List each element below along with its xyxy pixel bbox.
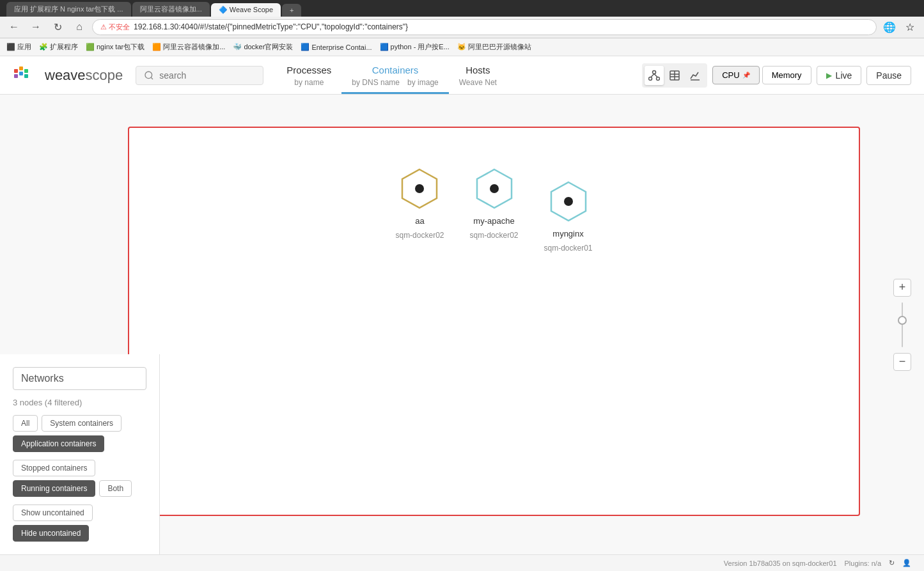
filter-system[interactable]: System containers	[42, 415, 121, 432]
nav-containers[interactable]: Containers by DNS name by image	[341, 56, 448, 94]
forward-button[interactable]: →	[27, 18, 45, 36]
filter-hide-uncontained[interactable]: Hide uncontained	[13, 525, 89, 542]
live-button[interactable]: ▶ Live	[817, 66, 862, 85]
bookmark-aliyun[interactable]: 🟧 阿里云容器镜像加...	[152, 42, 225, 52]
filter-stopped[interactable]: Stopped containers	[13, 460, 95, 476]
bookmark-label: 阿里云容器镜像加...	[163, 42, 225, 52]
nav-right: CPU 📌 Memory ▶ Live Pause	[642, 56, 911, 94]
view-icons	[642, 63, 707, 88]
metric-buttons: CPU 📌 Memory	[712, 66, 811, 84]
logo-text: weavescope	[45, 67, 123, 84]
address-bar[interactable]: ⚠ 不安全 192.168.1.30:4040/#!/state/{"pinne…	[92, 19, 877, 35]
bookmark-extensions[interactable]: 🧩 扩展程序	[39, 42, 78, 52]
networks-title: Networks	[13, 367, 146, 390]
bookmark-icon: 🐳	[233, 43, 242, 51]
cpu-metric-button[interactable]: CPU 📌	[712, 66, 759, 84]
topology-view-icon[interactable]	[645, 66, 664, 85]
nav-processes-sub: by name	[294, 78, 324, 87]
plugins-info: Plugins: n/a	[845, 559, 881, 567]
cluster-box: aa sqm-docker02 my-apache sqm-docker02	[128, 127, 860, 516]
search-icon	[144, 70, 154, 81]
sidebar-left: Networks 3 nodes (4 filtered) All System…	[0, 354, 160, 554]
bookmark-label: Enterprise Contai...	[311, 43, 372, 51]
chart-view-icon[interactable]	[685, 66, 705, 85]
browser-tab-2[interactable]: 阿里云容器镜像加...	[132, 2, 210, 17]
svg-rect-4	[14, 74, 18, 78]
node-mynginx[interactable]: mynginx sqm-docker01	[544, 179, 593, 253]
address-text: 192.168.1.30:4040/#!/state/{"pinnedMetri…	[134, 22, 868, 31]
logo-weave: weave	[45, 67, 86, 83]
reload-button[interactable]: ↻	[49, 18, 67, 36]
filter-show-uncontained[interactable]: Show uncontained	[13, 505, 93, 521]
bookmark-label: 应用	[17, 42, 31, 52]
node-my-apache-name: my-apache	[473, 216, 514, 226]
nav-containers-label: Containers	[372, 62, 419, 78]
filter-both[interactable]: Both	[99, 480, 132, 497]
extensions-icon: 🧩	[39, 43, 48, 51]
browser-tab-active[interactable]: 🔷 Weave Scope	[211, 3, 281, 17]
hex-aa	[397, 166, 442, 211]
svg-rect-1	[19, 66, 23, 70]
svg-point-19	[415, 184, 424, 193]
container-type-filter: All System containers Application contai…	[13, 415, 146, 452]
svg-point-23	[564, 197, 573, 206]
node-aa[interactable]: aa sqm-docker02	[395, 166, 444, 240]
svg-point-10	[657, 77, 660, 80]
filter-all[interactable]: All	[13, 415, 38, 432]
table-view-icon[interactable]	[665, 66, 684, 85]
svg-rect-2	[24, 69, 28, 73]
nav-processes[interactable]: Processes by name	[276, 56, 341, 94]
nodes-info: 3 nodes (4 filtered)	[13, 398, 146, 407]
app-container: weavescope Processes by name Containers …	[0, 56, 924, 571]
bookmark-enterprise[interactable]: 🟦 Enterprise Contai...	[301, 43, 372, 51]
app-header: weavescope Processes by name Containers …	[0, 56, 924, 95]
bookmark-python[interactable]: 🟦 python - 用户按E...	[380, 42, 450, 52]
pause-label: Pause	[876, 70, 902, 81]
browser-tab-1[interactable]: 应用 扩展程序 N nginx tar包下载 ...	[6, 2, 131, 17]
node-mynginx-name: mynginx	[552, 229, 583, 239]
node-aa-name: aa	[415, 216, 424, 226]
bookmark-button[interactable]: ☆	[901, 18, 919, 36]
browser-tabs: 应用 扩展程序 N nginx tar包下载 ... 阿里云容器镜像加... 🔷…	[0, 0, 924, 17]
filter-running[interactable]: Running containers	[13, 480, 95, 497]
bookmark-apps[interactable]: ⬛ 应用	[6, 42, 31, 52]
nav-containers-byimage[interactable]: by image	[407, 78, 439, 87]
browser-tab-new[interactable]: +	[282, 4, 301, 17]
nav-containers-bydns[interactable]: by DNS name	[352, 78, 400, 87]
nav-hosts-label: Hosts	[466, 62, 490, 78]
pin-icon: 📌	[742, 72, 750, 79]
nav-hosts[interactable]: Hosts Weave Net	[449, 56, 507, 94]
running-filter: Stopped containers Running containers Bo…	[13, 460, 146, 497]
search-input[interactable]	[159, 70, 255, 81]
svg-rect-3	[19, 72, 23, 75]
zoom-in-button[interactable]: +	[893, 279, 911, 297]
search-box[interactable]	[136, 66, 263, 85]
node-aa-host: sqm-docker02	[395, 231, 444, 240]
filter-application[interactable]: Application containers	[13, 435, 104, 452]
logo[interactable]: weavescope	[13, 56, 123, 94]
nav-processes-label: Processes	[286, 62, 331, 78]
home-button[interactable]: ⌂	[70, 18, 88, 36]
hex-mynginx	[546, 179, 591, 224]
node-my-apache[interactable]: my-apache sqm-docker02	[469, 166, 518, 240]
zoom-out-button[interactable]: −	[893, 353, 911, 371]
svg-rect-5	[24, 74, 28, 78]
bookmark-nginx[interactable]: 🟩 nginx tar包下载	[86, 42, 145, 52]
nodes-grid: aa sqm-docker02 my-apache sqm-docker02	[129, 128, 859, 278]
svg-point-6	[145, 72, 152, 79]
refresh-status-icon[interactable]: ↻	[889, 559, 895, 567]
nav-processes-byname[interactable]: by name	[294, 78, 324, 87]
main-area: aa sqm-docker02 my-apache sqm-docker02	[0, 95, 924, 554]
uncontained-filter: Show uncontained Hide uncontained	[13, 505, 146, 542]
memory-metric-button[interactable]: Memory	[762, 66, 811, 84]
translate-button[interactable]: 🌐	[881, 18, 898, 36]
nav-hosts-weavenet[interactable]: Weave Net	[459, 78, 497, 87]
bookmark-alibaba[interactable]: 🐱 阿里巴巴开源镜像站	[457, 42, 531, 52]
pause-button[interactable]: Pause	[866, 66, 911, 85]
bookmark-docker[interactable]: 🐳 docker官网安装	[233, 42, 293, 52]
zoom-controls: + −	[893, 279, 911, 371]
browser-actions: 🌐 ☆	[881, 18, 919, 36]
zoom-slider[interactable]	[902, 299, 903, 350]
zoom-thumb[interactable]	[898, 316, 907, 325]
back-button[interactable]: ←	[5, 18, 23, 36]
